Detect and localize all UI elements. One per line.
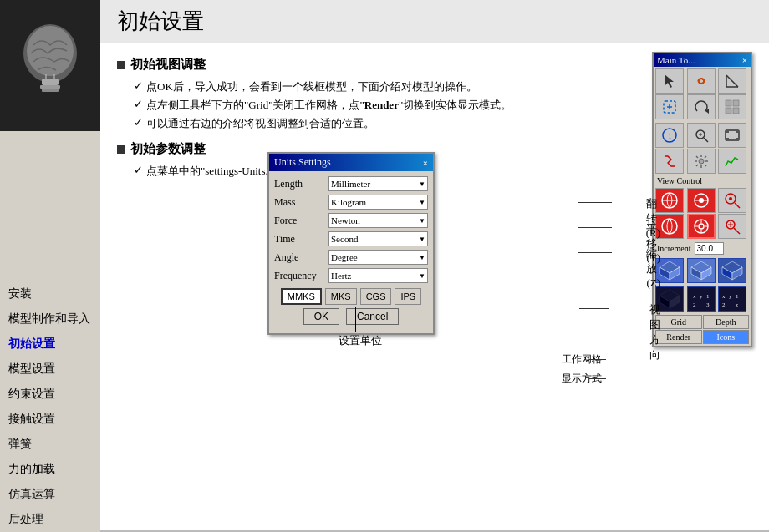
- svg-rect-3: [40, 85, 60, 89]
- toolbar-btn-measure[interactable]: [718, 68, 746, 94]
- iso-btn-2[interactable]: [687, 258, 716, 283]
- bottom-buttons: Grid Depth Render Icons: [654, 313, 751, 346]
- iso-btn-6[interactable]: x y 1 2 z: [718, 286, 746, 312]
- units-row: LengthMillimeter▼: [274, 176, 428, 191]
- svg-rect-27: [736, 138, 739, 140]
- svg-rect-4: [42, 89, 59, 92]
- units-select-time[interactable]: Second▼: [328, 231, 428, 246]
- units-row: ForceNewton▼: [274, 213, 428, 228]
- svg-text:1: 1: [706, 293, 710, 300]
- toolbar-btn-info[interactable]: i: [655, 123, 684, 148]
- annotation-view: 视图方向: [649, 302, 660, 362]
- svg-text:y: y: [700, 293, 703, 300]
- units-row: AngleDegree▼: [274, 250, 428, 265]
- sidebar-item[interactable]: 力的加载: [0, 457, 100, 482]
- unit-btn-mmks[interactable]: MMKS: [281, 288, 322, 305]
- grid-button[interactable]: Grid: [655, 315, 702, 329]
- annotation-rotate-line: [578, 202, 612, 203]
- units-select-length[interactable]: Millimeter▼: [328, 176, 428, 191]
- main-toolbar: Main To... ×: [652, 52, 752, 347]
- content-area: 初始视图调整 ✓ 点OK后，导入成功，会看到一个线框模型，下面介绍对模型的操作。…: [100, 43, 769, 530]
- annotation-view-line: [579, 308, 609, 309]
- sidebar-item[interactable]: 初始设置: [0, 332, 100, 357]
- toolbar-second-row: i: [654, 121, 751, 175]
- ok-button[interactable]: OK: [303, 308, 339, 325]
- increment-input[interactable]: [695, 242, 724, 255]
- annotation-grid-group: 工作网格: [562, 352, 602, 367]
- svg-rect-26: [726, 138, 729, 140]
- view-btn-zoom-fit[interactable]: [718, 214, 746, 239]
- sidebar: 安装模型制作和导入初始设置模型设置约束设置接触设置弹簧力的加载仿真运算后处理: [0, 131, 100, 532]
- sidebar-item[interactable]: 模型制作和导入: [0, 307, 100, 332]
- units-select-angle[interactable]: Degree▼: [328, 250, 428, 265]
- svg-point-35: [729, 197, 732, 200]
- icons-button[interactable]: Icons: [703, 330, 750, 344]
- svg-point-28: [699, 159, 704, 164]
- toolbar-btn-chart[interactable]: [718, 149, 746, 174]
- svg-text:1: 1: [736, 293, 739, 300]
- svg-text:3: 3: [706, 301, 710, 308]
- svg-text:x: x: [693, 293, 696, 300]
- unit-btn-cgs[interactable]: CGS: [360, 288, 392, 305]
- sidebar-item[interactable]: 约束设置: [0, 382, 100, 407]
- view-btn-zoom-x[interactable]: [718, 188, 746, 213]
- increment-row: Increment: [654, 241, 751, 256]
- toolbar-close-button[interactable]: ×: [742, 55, 747, 65]
- view-control-label: View Control: [654, 175, 751, 186]
- toolbar-btn-grid[interactable]: [718, 94, 746, 119]
- render-button[interactable]: Render: [655, 330, 702, 344]
- svg-line-20: [704, 138, 708, 142]
- units-select-mass[interactable]: Kilogram▼: [328, 195, 428, 210]
- unit-btn-ips[interactable]: IPS: [395, 288, 421, 305]
- iso-btn-5[interactable]: x y 1 2 3: [687, 286, 716, 312]
- main-content: 初始设置 初始视图调整 ✓ 点OK后，导入成功，会看到一个线框模型，下面介绍对模…: [100, 0, 769, 532]
- section-bullet-2: [117, 145, 125, 154]
- sidebar-item[interactable]: 仿真运算: [0, 482, 100, 507]
- view-btn-target[interactable]: [687, 214, 716, 239]
- toolbar-btn-cursor[interactable]: [655, 68, 684, 94]
- toolbar-title-bar: Main To... ×: [654, 53, 751, 67]
- unit-type-buttons: MMKSMKSCGSIPS: [274, 288, 428, 305]
- svg-text:i: i: [669, 130, 671, 140]
- increment-label: Increment: [657, 244, 691, 253]
- svg-text:y: y: [729, 293, 732, 300]
- dialog-title-bar: Units Settings ×: [269, 154, 433, 171]
- section-bullet: [117, 61, 125, 69]
- annotation-grid-line: [589, 359, 606, 360]
- toolbar-btn-zoom-box[interactable]: [687, 123, 716, 148]
- toolbar-btn-rotate[interactable]: [687, 94, 716, 119]
- iso-view-buttons: [654, 256, 751, 285]
- brain-svg: [13, 16, 88, 116]
- unit-btn-mks[interactable]: MKS: [325, 288, 357, 305]
- sidebar-item[interactable]: 后处理: [0, 507, 100, 532]
- annotation-zoom: 缩放(Z): [646, 246, 660, 290]
- sidebar-item[interactable]: 模型设置: [0, 357, 100, 382]
- sidebar-item[interactable]: 安装: [0, 281, 100, 307]
- units-select-force[interactable]: Newton▼: [328, 213, 428, 228]
- dialog-label: 设置单位: [339, 333, 382, 348]
- page-title: 初始设置: [117, 7, 204, 36]
- page-header: 初始设置: [100, 0, 769, 43]
- units-select-frequency[interactable]: Hertz▼: [328, 268, 428, 283]
- label-line: [355, 307, 356, 332]
- iso-view-buttons-2: x y 1 2 3 x y 1 2 z: [654, 285, 751, 313]
- svg-line-36: [735, 203, 740, 208]
- dialog-close-button[interactable]: ×: [423, 158, 428, 168]
- svg-point-37: [662, 219, 677, 234]
- toolbar-top-buttons: [654, 67, 751, 121]
- svg-rect-24: [726, 130, 729, 133]
- toolbar-btn-select[interactable]: [655, 94, 684, 119]
- annotation-pan-line: [578, 227, 612, 228]
- view-btn-pan-x[interactable]: [687, 188, 716, 213]
- toolbar-btn-settings[interactable]: [687, 149, 716, 174]
- annotation-zoom-line: [578, 252, 612, 253]
- toolbar-btn-film[interactable]: [718, 123, 746, 148]
- svg-text:2: 2: [722, 301, 726, 308]
- svg-rect-25: [736, 130, 739, 133]
- sidebar-item[interactable]: 弹簧: [0, 432, 100, 457]
- toolbar-btn-spring[interactable]: [655, 149, 684, 174]
- iso-btn-3[interactable]: [718, 258, 746, 283]
- depth-button[interactable]: Depth: [703, 315, 750, 329]
- sidebar-item[interactable]: 接触设置: [0, 407, 100, 432]
- toolbar-btn-link[interactable]: [687, 68, 716, 94]
